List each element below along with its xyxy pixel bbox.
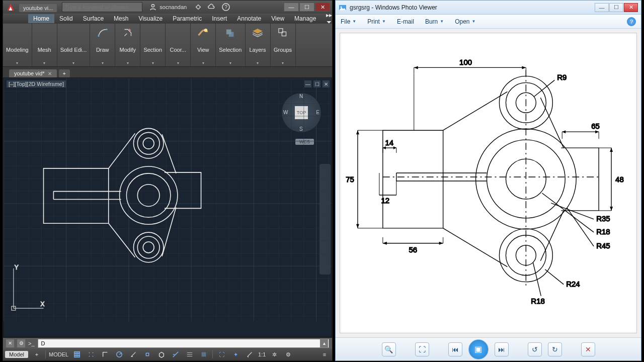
photov-help-icon[interactable]: ? xyxy=(627,17,636,26)
viewport[interactable]: [–][Top][2D Wireframe] — ☐ ✕ N S W E TOP… xyxy=(3,78,332,337)
cmd-prompt-icon: >_ xyxy=(28,340,35,346)
grid-icon[interactable] xyxy=(71,350,83,359)
status-model-label[interactable]: MODEL xyxy=(49,351,68,357)
isodraft-icon[interactable] xyxy=(128,350,139,359)
menu-parametric[interactable]: Parametric xyxy=(168,14,207,23)
autocad-logo-icon[interactable] xyxy=(5,2,16,13)
panel-section[interactable]: Section▾ xyxy=(140,24,166,66)
photov-window-controls: — ☐ ✕ xyxy=(595,3,638,12)
photov-menu-print[interactable]: Print▼ xyxy=(367,18,386,25)
slideshow-icon[interactable]: ▣ xyxy=(468,339,489,359)
groups-icon xyxy=(276,26,290,40)
cmd-config-icon[interactable]: ⚙ xyxy=(17,339,25,347)
osnap-icon[interactable] xyxy=(142,350,153,359)
menu-home[interactable]: Home xyxy=(28,14,54,23)
minimize-button[interactable]: — xyxy=(284,3,299,12)
exchange-icon[interactable] xyxy=(195,4,202,11)
drawing-canvas: Y X xyxy=(4,78,332,321)
panel-groups[interactable]: Groups▾ xyxy=(271,24,296,66)
panel-layers[interactable]: Layers▾ xyxy=(246,24,271,66)
document-tab[interactable]: youtube vid*✕ xyxy=(9,69,57,77)
photov-menu-open[interactable]: Open▼ xyxy=(455,18,475,25)
cmd-close-icon[interactable]: ✕ xyxy=(6,339,14,347)
lineweight-icon[interactable] xyxy=(184,350,195,359)
next-icon[interactable]: ⏭ xyxy=(495,342,509,356)
filter-icon[interactable]: ⛶ xyxy=(216,350,227,359)
svg-rect-30 xyxy=(202,352,206,357)
customize-icon[interactable]: ≡ xyxy=(319,350,330,359)
menu-mesh[interactable]: Mesh xyxy=(109,14,133,23)
zoom-icon[interactable]: 🔍 xyxy=(382,342,396,356)
workspace-icon[interactable]: ⚙ xyxy=(283,350,294,359)
layers-icon xyxy=(251,26,265,40)
photov-menu-email[interactable]: E-mail xyxy=(397,18,414,25)
photov-minimize-button[interactable]: — xyxy=(595,3,609,12)
prev-icon[interactable]: ⏮ xyxy=(448,342,462,356)
svg-point-24 xyxy=(89,352,90,353)
photov-image-area[interactable]: 100 75 56 14 12 65 xyxy=(340,33,637,333)
svg-point-4 xyxy=(106,29,107,30)
delete-icon[interactable]: ✕ xyxy=(581,342,595,356)
3dosnap-icon[interactable] xyxy=(156,350,167,359)
svg-text:R18: R18 xyxy=(596,227,610,236)
menu-visualize[interactable]: Visualize xyxy=(133,14,168,23)
cloud-icon[interactable] xyxy=(208,4,215,11)
panel-coordinates[interactable]: Coor...▾ xyxy=(166,24,191,66)
rotate-cw-icon[interactable]: ↻ xyxy=(548,342,562,356)
layout-plus-icon[interactable]: + xyxy=(31,350,42,359)
photov-maximize-button[interactable]: ☐ xyxy=(609,3,623,12)
panel-view[interactable]: View▾ xyxy=(191,24,216,66)
help-icon[interactable]: ? xyxy=(222,3,230,11)
panel-modeling[interactable]: Modeling▾ xyxy=(3,24,32,66)
settings-icon[interactable]: ✲ xyxy=(269,350,280,359)
polar-icon[interactable] xyxy=(114,350,125,359)
photov-title-text: gsrgsrg - Windows Photo Viewer xyxy=(350,4,437,11)
ortho-icon[interactable] xyxy=(100,350,111,359)
document-tabs: youtube vid*✕ + xyxy=(3,67,332,78)
photov-close-button[interactable]: ✕ xyxy=(624,3,638,12)
panel-solid-editing[interactable]: Solid Edi...▾ xyxy=(57,24,91,66)
snap-icon[interactable] xyxy=(86,350,97,359)
new-tab-button[interactable]: + xyxy=(59,69,70,77)
menu-manage[interactable]: Manage xyxy=(289,14,321,23)
autocad-titlebar: youtube vi... socnandan ? — ☐ ✕ xyxy=(3,1,332,14)
gizmo-icon[interactable]: ✦ xyxy=(230,350,241,359)
annoscale-icon[interactable] xyxy=(244,350,255,359)
menu-surface[interactable]: Surface xyxy=(78,14,109,23)
panel-draw[interactable]: Draw▾ xyxy=(90,24,115,66)
maximize-button[interactable]: ☐ xyxy=(299,3,314,12)
user-area[interactable]: socnandan xyxy=(149,4,187,11)
svg-text:100: 100 xyxy=(459,58,472,66)
svg-rect-11 xyxy=(4,78,332,321)
qat-doc-title[interactable]: youtube vi... xyxy=(19,4,57,12)
photov-menu-burn[interactable]: Burn▼ xyxy=(425,18,444,25)
menu-annotate[interactable]: Annotate xyxy=(232,14,266,23)
svg-point-27 xyxy=(93,356,94,357)
command-input[interactable] xyxy=(38,339,329,348)
svg-point-5 xyxy=(204,29,207,32)
fit-icon[interactable]: ⛶ xyxy=(415,342,429,356)
panel-modify[interactable]: Modify▾ xyxy=(115,24,140,66)
transparency-icon[interactable] xyxy=(198,350,209,359)
menu-insert[interactable]: Insert xyxy=(207,14,232,23)
command-line: ✕ ⚙ >_ ▴ xyxy=(3,337,332,348)
autocad-menubar: Home Solid Surface Mesh Visualize Parame… xyxy=(3,14,332,24)
otrack-icon[interactable] xyxy=(170,350,181,359)
photov-menu-file[interactable]: File▼ xyxy=(341,18,356,25)
rotate-ccw-icon[interactable]: ↺ xyxy=(528,342,542,356)
close-tab-icon[interactable]: ✕ xyxy=(48,71,52,76)
menu-view[interactable]: View xyxy=(266,14,289,23)
search-input[interactable] xyxy=(62,2,142,12)
svg-text:12: 12 xyxy=(381,196,390,205)
panel-mesh[interactable]: Mesh▾ xyxy=(32,24,57,66)
cmd-history-icon[interactable]: ▴ xyxy=(320,339,328,347)
model-tab[interactable]: Model xyxy=(5,351,28,358)
photov-app-icon xyxy=(339,4,347,12)
menu-solid[interactable]: Solid xyxy=(54,14,78,23)
scale-label[interactable]: 1:1 xyxy=(258,351,266,357)
svg-text:?: ? xyxy=(224,5,227,10)
view-icon xyxy=(196,26,210,40)
ribbon: Modeling▾ Mesh▾ Solid Edi...▾ Draw▾ Modi… xyxy=(3,24,332,67)
panel-selection[interactable]: Selection▾ xyxy=(216,24,245,66)
modify-icon xyxy=(121,26,135,40)
